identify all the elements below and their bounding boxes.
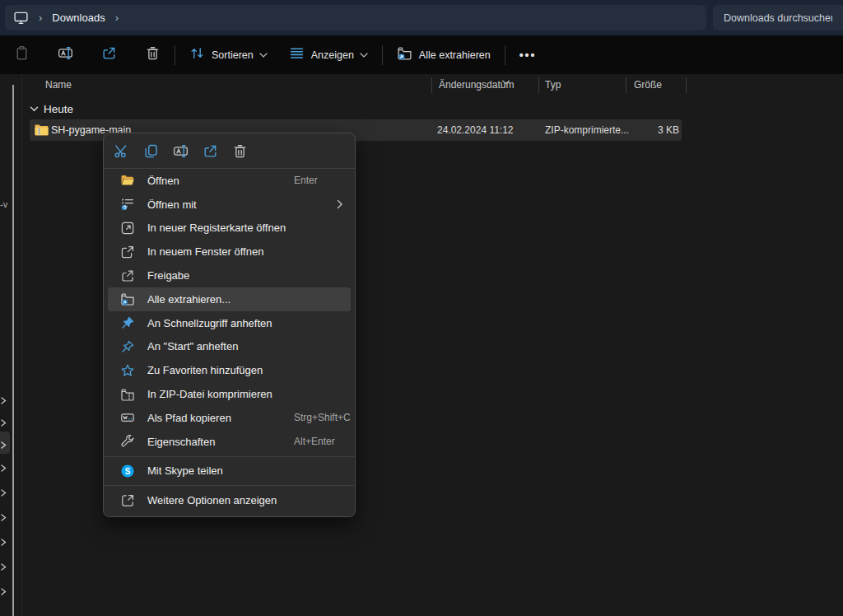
new-window-icon bbox=[120, 245, 135, 259]
breadcrumb-chevron-icon[interactable]: › bbox=[115, 12, 119, 24]
menu-item-pin-to-start[interactable]: An "Start" anheften bbox=[108, 335, 351, 359]
copy-button[interactable] bbox=[138, 138, 164, 164]
menu-item-label: In neuer Registerkarte öffnen bbox=[147, 222, 286, 234]
share-button[interactable] bbox=[94, 41, 124, 69]
share-icon bbox=[203, 143, 218, 159]
column-header-type[interactable]: Typ bbox=[545, 79, 561, 91]
paste-button[interactable] bbox=[7, 41, 37, 69]
menu-item-open[interactable]: Öffnen Enter bbox=[108, 169, 351, 193]
extract-label: Alle extrahieren bbox=[419, 49, 491, 61]
menu-divider bbox=[105, 456, 354, 457]
copy-path-icon bbox=[120, 410, 135, 425]
address-bar[interactable]: › Downloads › bbox=[5, 5, 706, 30]
menu-item-pin-quick-access[interactable]: An Schnellzugriff anheften bbox=[108, 311, 351, 335]
extract-icon bbox=[397, 45, 412, 64]
open-with-icon bbox=[120, 197, 135, 212]
delete-button[interactable] bbox=[137, 41, 168, 69]
tree-expand-chevron-icon[interactable] bbox=[0, 461, 10, 471]
group-header-today[interactable]: Heute bbox=[30, 100, 73, 117]
tree-expand-chevron-icon[interactable] bbox=[0, 585, 10, 595]
menu-item-share-skype[interactable]: S Mit Skype teilen bbox=[108, 460, 351, 483]
group-label: Heute bbox=[44, 103, 73, 115]
sort-button[interactable]: Sortieren bbox=[182, 41, 275, 69]
tree-expand-chevron-icon[interactable] bbox=[0, 394, 10, 404]
menu-item-extract-all[interactable]: Alle extrahieren... bbox=[108, 287, 351, 311]
share-button[interactable] bbox=[198, 138, 223, 164]
column-header-row: Name Änderungsdatum Typ Größe bbox=[23, 74, 843, 97]
nav-item-text-fragment: -v bbox=[0, 199, 7, 209]
chevron-down-icon bbox=[360, 53, 368, 58]
zip-folder-icon bbox=[35, 124, 49, 139]
tree-expand-chevron-icon[interactable] bbox=[0, 416, 10, 426]
column-divider[interactable] bbox=[431, 77, 432, 93]
rename-icon bbox=[173, 143, 189, 159]
pane-divider[interactable] bbox=[21, 74, 22, 616]
menu-item-label: Mit Skype teilen bbox=[147, 464, 223, 477]
menu-item-properties[interactable]: Eigenschaften Alt+Enter bbox=[108, 430, 351, 454]
ellipsis-icon: ••• bbox=[519, 49, 537, 62]
cut-icon bbox=[114, 143, 129, 159]
column-header-size[interactable]: Größe bbox=[634, 79, 662, 91]
cut-button[interactable] bbox=[109, 138, 134, 164]
this-pc-icon[interactable] bbox=[13, 10, 29, 26]
breadcrumb-downloads[interactable]: Downloads bbox=[52, 12, 105, 24]
menu-item-share[interactable]: Freigabe bbox=[108, 264, 351, 287]
wrench-icon bbox=[120, 434, 135, 449]
sort-icon bbox=[189, 45, 205, 64]
menu-item-shortcut: Enter bbox=[294, 175, 318, 186]
menu-item-open-new-tab[interactable]: In neuer Registerkarte öffnen bbox=[108, 217, 351, 240]
toolbar-divider bbox=[175, 45, 175, 65]
file-explorer-window: › Downloads › bbox=[0, 0, 843, 616]
breadcrumb-chevron-icon[interactable]: › bbox=[39, 12, 42, 24]
tree-expand-chevron-icon[interactable] bbox=[0, 560, 10, 570]
column-divider[interactable] bbox=[538, 77, 539, 93]
menu-item-shortcut: Alt+Enter bbox=[294, 436, 335, 447]
pin-outline-icon bbox=[120, 339, 135, 354]
file-size: 3 KB bbox=[617, 124, 679, 136]
rename-button[interactable] bbox=[50, 41, 81, 69]
menu-item-label: An Schnellzugriff anheften bbox=[147, 317, 272, 329]
menu-item-open-new-window[interactable]: In neuem Fenster öffnen bbox=[108, 240, 351, 264]
share-icon bbox=[101, 45, 117, 64]
menu-item-show-more-options[interactable]: Weitere Optionen anzeigen bbox=[108, 488, 351, 512]
menu-item-label: An "Start" anheften bbox=[147, 340, 238, 352]
toolbar-divider bbox=[505, 45, 505, 65]
search-box[interactable] bbox=[713, 5, 843, 30]
command-toolbar: Sortieren Anzeigen bbox=[0, 35, 843, 74]
menu-item-copy-as-path[interactable]: Als Pfad kopieren Strg+Shift+C bbox=[108, 406, 351, 430]
trash-icon bbox=[232, 143, 248, 159]
view-button[interactable]: Anzeigen bbox=[282, 41, 375, 69]
tree-expand-chevron-icon[interactable] bbox=[0, 511, 10, 520]
more-options-icon bbox=[120, 493, 135, 508]
column-divider[interactable] bbox=[686, 77, 687, 93]
view-list-icon bbox=[289, 45, 305, 64]
tree-expand-chevron-icon[interactable] bbox=[0, 438, 10, 448]
menu-item-compress-zip[interactable]: In ZIP-Datei komprimieren bbox=[108, 382, 351, 406]
menu-item-label: Als Pfad kopieren bbox=[147, 412, 231, 424]
svg-text:S: S bbox=[125, 467, 131, 476]
column-divider[interactable] bbox=[626, 77, 626, 93]
menu-divider bbox=[105, 485, 354, 486]
nav-pane-scrollbar[interactable] bbox=[12, 85, 14, 616]
pin-icon bbox=[120, 315, 135, 330]
file-type: ZIP-komprimierte... bbox=[545, 124, 629, 136]
trash-icon bbox=[145, 45, 161, 64]
zip-compress-icon bbox=[120, 387, 135, 402]
menu-item-open-with[interactable]: Öffnen mit bbox=[108, 193, 351, 217]
context-menu: Öffnen Enter Öffnen mit bbox=[103, 133, 356, 517]
menu-item-label: Öffnen bbox=[147, 175, 179, 187]
menu-item-label: Weitere Optionen anzeigen bbox=[147, 494, 277, 506]
menu-item-label: Alle extrahieren... bbox=[147, 293, 231, 306]
menu-item-add-favorites[interactable]: Zu Favoriten hinzufügen bbox=[108, 358, 351, 382]
rename-button[interactable] bbox=[168, 138, 193, 164]
extract-icon bbox=[120, 292, 135, 306]
paste-icon bbox=[14, 45, 30, 64]
title-bar: › Downloads › bbox=[0, 0, 843, 35]
see-more-button[interactable]: ••• bbox=[512, 41, 544, 69]
search-input[interactable] bbox=[713, 12, 832, 24]
tree-expand-chevron-icon[interactable] bbox=[0, 486, 10, 496]
extract-all-button[interactable]: Alle extrahieren bbox=[389, 41, 498, 69]
tree-expand-chevron-icon[interactable] bbox=[0, 535, 10, 545]
column-header-name[interactable]: Name bbox=[45, 79, 72, 91]
delete-button[interactable] bbox=[227, 138, 253, 164]
